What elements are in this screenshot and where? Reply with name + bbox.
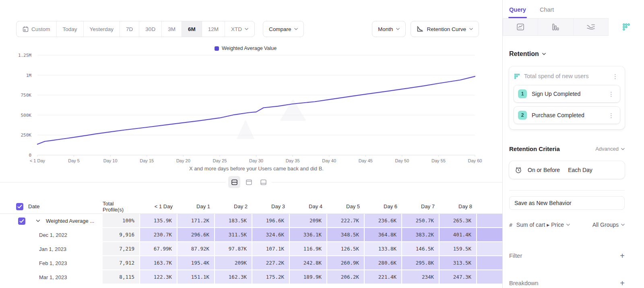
- cell-value: 260.9K: [327, 256, 365, 270]
- cell-value: 296.6K: [178, 228, 215, 242]
- funnels-icon[interactable]: [538, 18, 574, 36]
- table-row: Weighted Average ...100%135.9K171.2K183.…: [0, 214, 502, 228]
- behavior-header: Total spend of new users ⋮: [514, 71, 620, 81]
- column-header: Day 5: [327, 199, 365, 213]
- kebab-menu-icon[interactable]: ⋮: [611, 73, 620, 80]
- cell-value: 116.9K: [290, 242, 327, 256]
- row-label: Dec 1, 2022: [39, 232, 67, 238]
- granularity-dropdown[interactable]: Month: [372, 21, 406, 37]
- cell-value: 242.8K: [290, 256, 327, 270]
- range-7d[interactable]: 7D: [120, 21, 139, 37]
- cell-value: 383.2K: [402, 228, 440, 242]
- range-3m[interactable]: 3M: [162, 21, 182, 37]
- step-event-label: Purchase Completed: [532, 112, 602, 118]
- chart-x-axis-labels: < 1 DayDay 5Day 10Day 15Day 20Day 25Day …: [30, 155, 482, 163]
- svg-text:Day 40: Day 40: [322, 158, 336, 163]
- range-6m[interactable]: 6M: [182, 21, 202, 37]
- chevron-down-icon: [396, 28, 400, 30]
- svg-text:Day 20: Day 20: [176, 158, 190, 163]
- cell-value: 159.5K: [440, 242, 477, 256]
- row-label: Jan 1, 2023: [39, 246, 66, 252]
- range-custom[interactable]: Custom: [17, 21, 57, 37]
- add-breakdown-button[interactable]: +: [620, 279, 625, 287]
- row-checkbox[interactable]: [18, 218, 25, 225]
- range-label: 7D: [126, 26, 133, 32]
- table-view-icon[interactable]: [257, 176, 269, 188]
- report-type-switcher: [503, 18, 644, 36]
- number-type-icon: #: [509, 222, 512, 228]
- svg-text:Day 25: Day 25: [213, 158, 227, 163]
- retention-line-chart: 0250K500K750K1M1.25M < 1 DayDay 5Day 10D…: [0, 42, 502, 175]
- range-yesterday[interactable]: Yesterday: [84, 21, 120, 37]
- range-label: Custom: [31, 26, 50, 32]
- svg-text:Day 15: Day 15: [140, 158, 154, 163]
- cell-partial-next-day: [477, 214, 502, 228]
- expand-row-chevron-icon[interactable]: [36, 220, 40, 222]
- svg-text:Day 55: Day 55: [431, 158, 446, 163]
- cell-value: 221.4K: [365, 270, 402, 284]
- chevron-down-icon: [542, 53, 546, 55]
- range-xtd[interactable]: XTD: [225, 21, 254, 37]
- range-label: Today: [63, 26, 77, 32]
- retention-curve-line: [37, 77, 475, 144]
- save-label: Save as New Behavior: [514, 200, 572, 206]
- insights-icon[interactable]: [503, 18, 538, 36]
- kebab-menu-icon[interactable]: ⋮: [607, 90, 616, 98]
- cell-value: 87.92K: [178, 242, 215, 256]
- range-30d[interactable]: 30D: [139, 21, 162, 37]
- table-row: Dec 1, 20229,916230.7K296.6K311.5K324.6K…: [0, 228, 502, 242]
- range-label: XTD: [231, 26, 242, 32]
- cell-value: 247.3K: [440, 270, 477, 284]
- add-filter-button[interactable]: +: [620, 252, 625, 260]
- criteria-condition-card[interactable]: On or Before Each Day: [509, 161, 625, 179]
- chart-gridlines: [37, 55, 475, 155]
- groups-dropdown[interactable]: All Groups: [592, 222, 625, 228]
- cell-partial-next-day: [477, 256, 502, 270]
- behavior-title: Total spend of new users: [524, 73, 607, 79]
- check-icon: [17, 205, 22, 209]
- range-label: 6M: [188, 26, 196, 32]
- chart-type-label: Retention Curve: [427, 26, 466, 32]
- behavior-step-1[interactable]: 1Sign Up Completed⋮: [514, 85, 620, 102]
- column-header-date: Date: [28, 203, 40, 209]
- table-row: Jan 1, 20237,21967.99K87.92K97.87K107.1K…: [0, 242, 502, 256]
- report-section-dropdown[interactable]: Retention: [509, 50, 625, 58]
- split-view-icon[interactable]: [228, 176, 240, 188]
- chart-view-icon[interactable]: [243, 176, 255, 188]
- cell-value: 313.5K: [440, 256, 477, 270]
- svg-text:Day 30: Day 30: [249, 158, 263, 163]
- main-panel: CustomTodayYesterday7D30D3M6M12MXTD Comp…: [0, 0, 502, 288]
- cell-value: 401.4K: [440, 228, 477, 242]
- range-today[interactable]: Today: [57, 21, 84, 37]
- flows-icon[interactable]: [574, 18, 609, 36]
- retention-icon[interactable]: [609, 18, 644, 36]
- compare-button[interactable]: Compare: [263, 21, 304, 37]
- breakdown-section: Breakdown +: [509, 279, 625, 287]
- check-icon: [19, 219, 24, 223]
- save-as-new-behavior-button[interactable]: Save as New Behavior: [509, 196, 625, 210]
- criteria-mode-dropdown[interactable]: Advanced: [595, 146, 625, 152]
- column-header: Day 7: [402, 199, 440, 213]
- select-all-checkbox[interactable]: [16, 203, 23, 210]
- kebab-menu-icon[interactable]: ⋮: [607, 112, 616, 119]
- filter-label: Filter: [509, 253, 522, 259]
- svg-text:Day 5: Day 5: [68, 158, 80, 163]
- cell-value: 209K: [215, 256, 252, 270]
- behavior-step-2[interactable]: 2Purchase Completed⋮: [514, 107, 620, 124]
- cell-value: 336.1K: [290, 228, 327, 242]
- behavior-card: Total spend of new users ⋮ 1Sign Up Comp…: [509, 66, 625, 129]
- measure-property-dropdown[interactable]: Sum of cart ▸ Price: [516, 222, 570, 228]
- retention-report-page: CustomTodayYesterday7D30D3M6M12MXTD Comp…: [0, 0, 644, 288]
- filter-section: Filter +: [509, 252, 625, 260]
- range-12m[interactable]: 12M: [202, 21, 225, 37]
- tab-query[interactable]: Query: [509, 6, 526, 18]
- chart-type-dropdown[interactable]: Retention Curve: [411, 21, 479, 37]
- column-header: < 1 Day: [140, 199, 178, 213]
- date-range-control: CustomTodayYesterday7D30D3M6M12MXTD: [16, 21, 255, 37]
- cell-value: 222.7K: [327, 214, 365, 228]
- svg-text:Day 50: Day 50: [395, 158, 409, 163]
- cell-value: 67.99K: [140, 242, 178, 256]
- x-axis-caption: X and more days before your Users came b…: [189, 166, 324, 172]
- tab-chart[interactable]: Chart: [540, 6, 554, 18]
- cell-value: 227.2K: [252, 256, 290, 270]
